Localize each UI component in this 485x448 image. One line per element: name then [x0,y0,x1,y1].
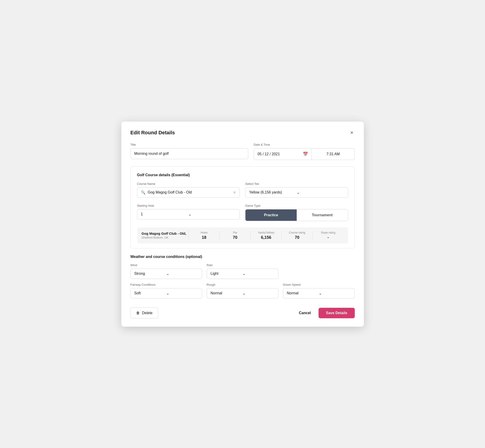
chevron-down-icon-3: ⌄ [166,272,198,276]
rough-dropdown[interactable]: Normal ⌄ [207,288,278,298]
course-section-title: Golf Course details (Essential) [137,173,348,177]
course-name-input-wrap[interactable]: 🔍 ✕ [137,187,240,198]
yards-value: 6,156 [254,235,278,240]
wind-dropdown[interactable]: Strong ⌄ [130,269,202,279]
game-type-group: Game Type Practice Tournament [245,204,348,221]
edit-round-modal: Edit Round Details × Title Date & Time 0… [121,121,364,327]
slope-rating-value: - [316,235,340,240]
starting-hole-group: Starting Hole 1 ⌄ [137,204,240,221]
hole-gametype-row: Starting Hole 1 ⌄ Game Type Practice Tou… [137,204,348,221]
date-time-label: Date & Time [254,143,355,146]
fairway-label: Fairway Conditions [130,283,202,286]
starting-hole-label: Starting Hole [137,204,240,207]
green-speed-group: Green Speed Normal ⌄ [283,283,355,298]
chevron-down-icon-5: ⌄ [166,291,198,296]
tournament-button[interactable]: Tournament [297,209,348,221]
fairway-group: Fairway Conditions Soft ⌄ [130,283,202,298]
starting-hole-dropdown[interactable]: 1 ⌄ [137,209,240,219]
date-time-group: Date & Time 05 / 12 / 2021 📅 7:31 AM [254,143,355,160]
fairway-value: Soft [134,291,166,295]
time-value: 7:31 AM [326,152,340,156]
rain-dropdown[interactable]: Light ⌄ [207,269,278,279]
course-stat-par: Par 70 [219,231,251,240]
fairway-dropdown[interactable]: Soft ⌄ [130,288,202,298]
modal-header: Edit Round Details × [130,130,355,136]
modal-title: Edit Round Details [130,130,175,136]
yards-label: Yards(Yellow) [254,231,278,234]
time-input-wrap[interactable]: 7:31 AM [312,148,355,160]
course-stat-yards: Yards(Yellow) 6,156 [251,231,282,240]
rain-group: Rain Light ⌄ [207,263,278,279]
date-time-inputs: 05 / 12 / 2021 📅 7:31 AM [254,148,355,160]
course-info-location: Shelford Bottom, UK [142,236,188,239]
chevron-down-icon: ⌄ [297,190,344,195]
title-input[interactable] [130,148,248,159]
course-info-name-block: Gog Magog Golf Club - Old, Shelford Bott… [142,232,188,239]
select-tee-value: Yellow (6,156 yards) [249,190,297,194]
course-stat-rating: Course rating 70 [282,231,312,240]
wind-value: Strong [134,272,166,276]
delete-label: Delete [142,311,153,315]
chevron-down-icon-4: ⌄ [242,272,275,276]
close-button[interactable]: × [349,130,355,136]
green-speed-value: Normal [287,291,319,295]
search-icon: 🔍 [141,190,146,195]
course-tee-row: Course Name 🔍 ✕ Select Tee Yellow (6,156… [137,182,348,198]
delete-button[interactable]: 🗑 Delete [130,308,158,319]
wind-group: Wind Strong ⌄ [130,263,202,279]
rain-value: Light [211,272,243,276]
rain-label: Rain [207,263,278,267]
course-rating-value: 70 [285,235,309,240]
par-label: Par [223,231,247,234]
holes-label: Holes [192,231,216,234]
green-speed-label: Green Speed [283,283,355,286]
select-tee-group: Select Tee Yellow (6,156 yards) ⌄ [245,182,348,198]
footer-right: Cancel Save Details [297,308,355,318]
course-name-input[interactable] [148,190,231,194]
select-tee-label: Select Tee [245,182,348,185]
course-name-group: Course Name 🔍 ✕ [137,182,240,198]
rough-value: Normal [211,291,243,295]
wind-label: Wind [130,263,202,267]
trash-icon: 🗑 [136,311,140,315]
title-group: Title [130,143,248,160]
golf-course-section: Golf Course details (Essential) Course N… [130,166,355,248]
course-stat-holes: Holes 18 [188,231,219,240]
course-rating-label: Course rating [285,231,309,234]
title-date-row: Title Date & Time 05 / 12 / 2021 📅 7:31 … [130,143,355,160]
course-info-name: Gog Magog Golf Club - Old, [142,232,188,235]
fairway-rough-green-row: Fairway Conditions Soft ⌄ Rough Normal ⌄… [130,283,355,298]
practice-button[interactable]: Practice [245,209,297,221]
game-type-toggle: Practice Tournament [245,209,348,221]
modal-footer: 🗑 Delete Cancel Save Details [130,305,355,319]
chevron-down-icon-6: ⌄ [242,291,275,296]
game-type-label: Game Type [245,204,348,207]
save-button[interactable]: Save Details [319,308,355,318]
weather-section: Weather and course conditions (optional)… [130,255,355,298]
cancel-button[interactable]: Cancel [297,308,313,318]
wind-rain-row: Wind Strong ⌄ Rain Light ⌄ [130,263,355,279]
date-value: 05 / 12 / 2021 [258,152,300,156]
slope-rating-label: Slope rating [316,231,340,234]
course-stat-slope: Slope rating - [312,231,343,240]
date-input-wrap[interactable]: 05 / 12 / 2021 📅 [254,148,312,160]
par-value: 70 [223,235,247,240]
clear-icon[interactable]: ✕ [233,190,236,195]
title-label: Title [130,143,248,146]
rough-label: Rough [207,283,278,286]
course-info-row: Gog Magog Golf Club - Old, Shelford Bott… [137,227,348,244]
green-speed-dropdown[interactable]: Normal ⌄ [283,288,355,298]
chevron-down-icon-2: ⌄ [188,212,236,216]
chevron-down-icon-7: ⌄ [319,291,351,296]
select-tee-dropdown[interactable]: Yellow (6,156 yards) ⌄ [245,187,348,198]
holes-value: 18 [192,235,216,240]
weather-title: Weather and course conditions (optional) [130,255,355,259]
starting-hole-value: 1 [141,212,188,216]
course-name-label: Course Name [137,182,240,185]
rough-group: Rough Normal ⌄ [207,283,278,298]
calendar-icon: 📅 [303,152,308,157]
